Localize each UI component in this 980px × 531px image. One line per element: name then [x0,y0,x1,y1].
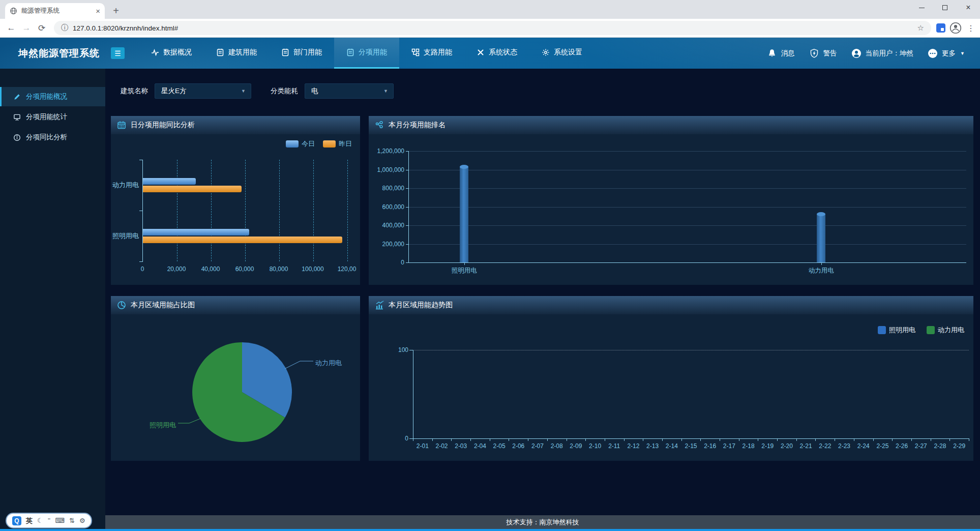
branch-icon [411,48,420,56]
axis-tick [139,261,143,262]
sidebar-item-分项用能统计[interactable]: 分项用能统计 [0,107,105,127]
nav-item-部门用能[interactable]: 部门用能 [269,38,334,69]
app-logo: 坤然能源管理系统 [18,47,100,60]
sidebar-item-分项用能概况[interactable]: 分项用能概况 [0,87,105,106]
info-icon [13,134,21,141]
address-bar[interactable]: ⓘ 127.0.0.1:8020/krznnh/index.html# ☆ [54,21,931,35]
nav-item-支路用能[interactable]: 支路用能 [399,38,464,69]
energy-select[interactable]: 电 ▼ [305,83,394,99]
axis-tick [585,438,586,441]
pulse-icon [151,48,159,56]
sogou-logo[interactable]: Q [12,516,21,525]
extension-icon[interactable] [936,23,945,33]
sidebar-item-分项同比分析[interactable]: 分项同比分析 [0,128,105,147]
current-user[interactable]: 当前用户：坤然 [851,48,914,58]
gear-icon [542,48,550,56]
back-button[interactable]: ← [4,21,18,35]
x-tick-label: 2-28 [934,442,946,450]
category-label: 照明用电 [111,231,139,241]
ellipsis-icon [928,48,938,58]
panel-本月区域用能占比图: 本月区域用能占比图动力用电照明用电 [111,296,360,461]
window-close-button[interactable]: × [957,0,980,15]
axis-tick [409,438,413,439]
keyboard-icon[interactable]: ⌨ [55,517,65,524]
panel-本月分项用能排名: 本月分项用能排名0200,000400,000600,000800,0001,0… [369,116,973,285]
x-tick-label: 2-12 [627,442,639,450]
axis-tick [835,438,835,441]
axis-tick [949,438,950,441]
site-info-icon[interactable]: ⓘ [61,23,68,33]
x-tick-label: 2-18 [743,442,755,450]
x-tick-label: 2-10 [589,442,601,450]
chevron-down-icon: ▼ [241,88,246,94]
nav-item-系统设置[interactable]: 系统设置 [529,38,595,69]
nav-item-数据概况[interactable]: 数据概况 [139,38,204,69]
calendar-icon [117,121,126,130]
browser-tab-strip: 能源管理系统 × + × [0,0,980,19]
text-direction-icon[interactable]: ⇅ [69,517,75,524]
axis-tick [409,350,413,350]
lang-mode-toggle[interactable]: 英 [26,517,33,524]
messages-button[interactable]: 消息 [767,48,795,58]
axis-tick [464,262,465,265]
sidebar-item-label: 分项同比分析 [26,133,67,142]
x-tick-label: 2-26 [896,442,908,450]
browser-profile-avatar[interactable] [949,22,962,34]
x-tick-label: 2-24 [857,442,870,450]
legend-item-照明用电[interactable]: 照明用电 [878,326,915,335]
axis-tick [758,438,758,441]
nav-item-label: 系统状态 [489,48,517,57]
status-icon [477,48,485,56]
browser-tab[interactable]: 能源管理系统 × [5,3,105,19]
minimize-icon [919,8,925,8]
axis-tick [739,438,739,441]
building-select[interactable]: 星火E方 ▼ [155,83,251,99]
new-tab-button[interactable]: + [109,4,123,18]
bar-今日-照明用电 [143,229,249,235]
moon-icon[interactable]: ☾ [37,517,43,524]
panel-header: 本月区域用能占比图 [111,296,360,314]
chevron-down-icon: ▼ [383,88,388,94]
nav-item-label: 建筑用能 [228,48,257,57]
window-minimize-button[interactable] [910,0,933,15]
hamburger-menu-icon[interactable]: ☰ [111,47,125,59]
y-tick-label: 400,000 [369,222,404,229]
browser-toolbar: ← → ⟳ ⓘ 127.0.0.1:8020/krznnh/index.html… [0,19,980,38]
window-maximize-button[interactable] [933,0,957,15]
sidebar-item-label: 分项用能概况 [26,92,67,101]
category-label: 照明用电 [452,267,477,275]
x-axis-line [408,262,966,263]
bar-昨日-照明用电 [143,237,342,243]
punctuation-icon[interactable]: ’’ [48,517,51,524]
x-tick-label: 2-06 [512,442,524,450]
legend-item-昨日[interactable]: 昨日 [323,139,352,149]
alerts-button[interactable]: 警告 [809,48,837,58]
nav-item-系统状态[interactable]: 系统状态 [464,38,529,69]
axis-tick [605,438,605,441]
toolbox-icon[interactable]: ⚙ [79,517,85,524]
legend-item-今日[interactable]: 今日 [286,139,315,149]
forward-button[interactable]: → [19,21,34,35]
tab-title: 能源管理系统 [21,7,92,15]
x-tick-label: 20,000 [167,266,186,273]
tab-close-icon[interactable]: × [96,7,100,15]
axis-tick [815,438,816,441]
browser-menu-icon[interactable]: ⋮ [966,23,976,33]
nav-item-建筑用能[interactable]: 建筑用能 [204,38,269,69]
reload-button[interactable]: ⟳ [35,21,49,35]
clipboard-icon [281,48,289,56]
alert-icon [809,48,819,58]
nav-item-分项用能[interactable]: 分项用能 [334,38,399,69]
footer-text: 技术支持：南京坤然科技 [507,518,579,527]
legend-item-动力用电[interactable]: 动力用电 [927,326,964,335]
more-button[interactable]: 更多▼ [928,48,965,58]
panel-本月区域用能趋势图: 本月区域用能趋势图照明用电动力用电01002-012-022-032-042-0… [369,296,973,461]
gridline [408,244,966,245]
axis-tick [911,438,912,441]
bookmark-star-icon[interactable]: ☆ [917,23,924,33]
bar-昨日-动力用电 [143,186,242,192]
axis-tick [528,438,528,441]
panel-title: 本月区域用能占比图 [131,301,195,310]
pie-icon [117,301,126,310]
axis-tick [413,438,413,441]
